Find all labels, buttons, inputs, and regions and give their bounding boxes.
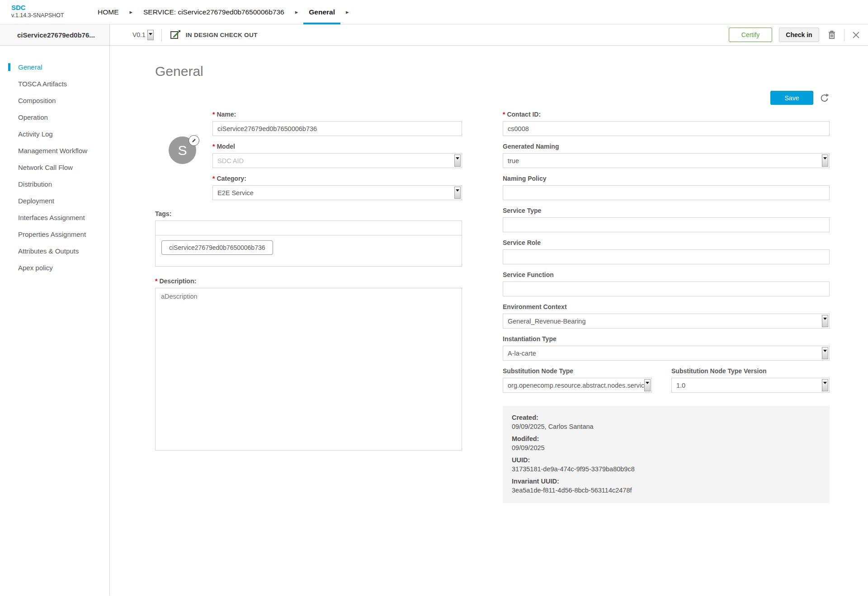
toolbar-divider xyxy=(161,29,162,41)
sidebar-item-general[interactable]: General xyxy=(0,59,109,75)
sidebar-service-title: ciService27679ed0b76... xyxy=(0,24,109,46)
uuid-value: 31735181-de9a-474c-9f95-3379ba80b9c8 xyxy=(512,465,821,473)
required-marker: * xyxy=(212,111,215,118)
sidebar-item-apex-policy[interactable]: Apex policy xyxy=(0,259,109,276)
close-icon[interactable] xyxy=(852,31,860,39)
category-select[interactable]: E2E Service xyxy=(212,185,462,200)
edit-avatar-icon[interactable] xyxy=(189,135,199,146)
sidebar-item-tosca-artifacts[interactable]: TOSCA Artifacts xyxy=(0,75,109,92)
version-label: V0.1 xyxy=(132,31,146,38)
sidebar-item-management-workflow[interactable]: Management Workflow xyxy=(0,142,109,159)
sidebar-item-distribution[interactable]: Distribution xyxy=(0,176,109,192)
required-marker: * xyxy=(212,143,215,150)
avatar-letter: S xyxy=(178,143,187,158)
description-label: *Description: xyxy=(155,277,462,285)
name-input[interactable] xyxy=(212,121,462,136)
model-select[interactable]: SDC AID xyxy=(212,153,462,168)
general-page: General Save xyxy=(110,46,868,503)
environment-context-value: General_Revenue-Bearing xyxy=(508,318,586,325)
name-field-group: *Name: xyxy=(212,111,462,136)
app-logo: SDC v.1.14.3-SNAPSHOT xyxy=(0,0,92,24)
sidebar-item-composition[interactable]: Composition xyxy=(0,92,109,109)
service-role-field-group: Service Role xyxy=(503,239,830,264)
substitution-node-type-version-value: 1.0 xyxy=(676,382,685,389)
breadcrumb-general[interactable]: General xyxy=(303,0,340,24)
certify-button[interactable]: Certify xyxy=(729,28,772,42)
chevron-right-icon xyxy=(290,0,304,24)
metadata-panel: Created: 09/09/2025, Carlos Santana Modi… xyxy=(503,406,830,503)
service-role-label: Service Role xyxy=(503,239,830,246)
contact-id-label: *Contact ID: xyxy=(503,111,830,118)
toolbar: V0.1 IN DESIGN CHECK OUT Certify Check i… xyxy=(110,24,868,46)
chevron-down-icon xyxy=(822,315,828,327)
sidebar-item-operation[interactable]: Operation xyxy=(0,109,109,126)
version-select[interactable]: V0.1 xyxy=(132,30,154,40)
sdc-logo: SDC xyxy=(11,4,92,11)
tags-label: Tags: xyxy=(155,210,462,217)
instantiation-type-select[interactable]: A-la-carte xyxy=(503,346,830,361)
breadcrumb-home[interactable]: HOME xyxy=(92,0,124,24)
substitution-node-type-value: org.openecomp.resource.abstract.nodes.se… xyxy=(508,382,648,389)
service-type-input[interactable] xyxy=(503,217,830,232)
description-field-group: *Description: aDescription xyxy=(155,277,462,451)
environment-context-label: Environment Context xyxy=(503,303,830,310)
save-button[interactable]: Save xyxy=(770,91,813,105)
delete-trash-icon[interactable] xyxy=(827,30,836,40)
uuid-label: UUID: xyxy=(512,456,821,464)
checkin-button[interactable]: Check in xyxy=(779,28,819,42)
chevron-down-icon xyxy=(822,379,828,391)
modified-value: 09/09/2025 xyxy=(512,444,821,451)
service-function-input[interactable] xyxy=(503,282,830,296)
generated-naming-label: Generated Naming xyxy=(503,143,830,150)
required-marker: * xyxy=(212,175,215,182)
tags-field-group: Tags: ciService27679ed0b7650006b736 xyxy=(155,210,462,267)
category-value: E2E Service xyxy=(217,189,254,197)
modified-label: Modifed: xyxy=(512,435,821,442)
tags-chip-area: ciService27679ed0b7650006b736 xyxy=(155,235,462,267)
breadcrumb: HOME SERVICE: ciService27679ed0b7650006b… xyxy=(92,0,354,24)
generated-naming-field-group: Generated Naming true xyxy=(503,143,830,168)
service-avatar: S xyxy=(169,136,196,164)
chevron-down-icon xyxy=(147,30,154,40)
service-role-input[interactable] xyxy=(503,249,830,264)
breadcrumb-service[interactable]: SERVICE: ciService27679ed0b7650006b736 xyxy=(138,0,290,24)
naming-policy-input[interactable] xyxy=(503,185,830,200)
lifecycle-status: IN DESIGN CHECK OUT xyxy=(186,32,258,38)
service-function-field-group: Service Function xyxy=(503,271,830,296)
chevron-down-icon xyxy=(822,347,828,359)
naming-policy-field-group: Naming Policy xyxy=(503,175,830,200)
required-marker: * xyxy=(503,111,505,118)
invariant-uuid-label: Invariant UUID: xyxy=(512,478,821,485)
sidebar-item-attributes-outputs[interactable]: Attributes & Outputs xyxy=(0,243,109,259)
invariant-uuid-value: 3ea5a1de-f811-4d56-8bcb-563114c2478f xyxy=(512,487,821,494)
sidebar-item-properties-assignment[interactable]: Properties Assignment xyxy=(0,226,109,243)
category-label: *Category: xyxy=(212,175,462,182)
environment-context-select[interactable]: General_Revenue-Bearing xyxy=(503,314,830,329)
description-textarea[interactable]: aDescription xyxy=(155,288,462,451)
chevron-right-icon xyxy=(124,0,138,24)
sidebar: ciService27679ed0b76... General TOSCA Ar… xyxy=(0,24,110,596)
sidebar-item-deployment[interactable]: Deployment xyxy=(0,192,109,209)
generated-naming-value: true xyxy=(508,157,519,164)
contact-id-field-group: *Contact ID: xyxy=(503,111,830,136)
revert-refresh-icon[interactable] xyxy=(820,93,830,103)
tag-chip[interactable]: ciService27679ed0b7650006b736 xyxy=(161,240,273,255)
generated-naming-select[interactable]: true xyxy=(503,153,830,168)
substitution-node-type-version-select[interactable]: 1.0 xyxy=(671,378,830,393)
contact-id-input[interactable] xyxy=(503,121,830,136)
sidebar-item-network-call-flow[interactable]: Network Call Flow xyxy=(0,159,109,176)
chevron-down-icon xyxy=(454,155,461,167)
service-type-label: Service Type xyxy=(503,207,830,214)
sidebar-item-interfaces-assignment[interactable]: Interfaces Assignment xyxy=(0,209,109,226)
sidebar-item-activity-log[interactable]: Activity Log xyxy=(0,126,109,142)
model-value: SDC AID xyxy=(217,157,244,164)
category-field-group: *Category: E2E Service xyxy=(212,175,462,200)
substitution-node-type-select[interactable]: org.openecomp.resource.abstract.nodes.se… xyxy=(503,378,652,393)
app-version: v.1.14.3-SNAPSHOT xyxy=(11,12,92,19)
tags-input[interactable] xyxy=(155,221,462,235)
substitution-node-type-field-group: Substitution Node Type org.openecomp.res… xyxy=(503,367,652,393)
sidebar-menu: General TOSCA Artifacts Composition Oper… xyxy=(0,46,109,276)
service-type-field-group: Service Type xyxy=(503,207,830,232)
instantiation-type-field-group: Instantiation Type A-la-carte xyxy=(503,335,830,361)
model-field-group: *Model SDC AID xyxy=(212,143,462,168)
